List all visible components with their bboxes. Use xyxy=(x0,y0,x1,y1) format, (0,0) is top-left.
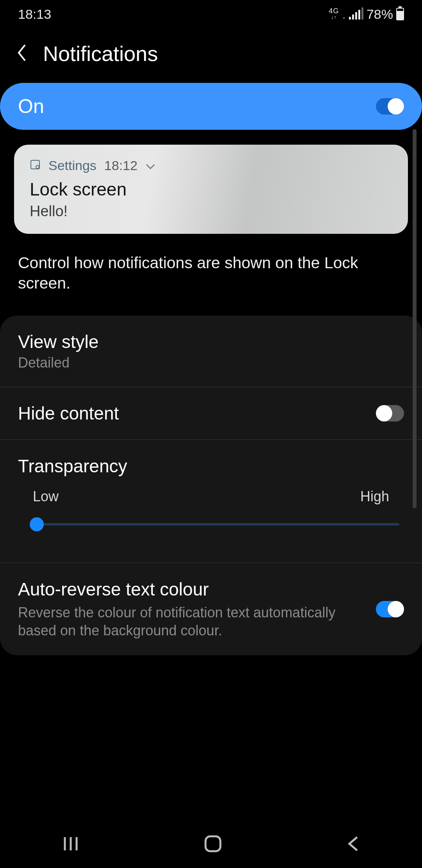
transparency-high-label: High xyxy=(360,488,389,505)
auto-reverse-switch[interactable] xyxy=(376,601,404,617)
transparency-row: Transparency Low High xyxy=(0,440,422,563)
battery-icon xyxy=(396,8,404,20)
view-style-title: View style xyxy=(18,331,404,352)
auto-reverse-title: Auto-reverse text colour xyxy=(18,579,364,600)
hide-content-switch[interactable] xyxy=(376,405,404,421)
back-button[interactable] xyxy=(16,43,28,64)
preview-body: Hello! xyxy=(30,203,392,220)
status-bar: 18:13 4G ↓↑ . 78% xyxy=(0,0,422,28)
svg-point-1 xyxy=(36,165,39,169)
section-description: Control how notifications are shown on t… xyxy=(18,253,404,294)
status-time: 18:13 xyxy=(18,7,51,22)
settings-panel: View style Detailed Hide content Transpa… xyxy=(0,316,422,655)
home-button[interactable] xyxy=(203,834,223,855)
notifications-master-toggle[interactable]: On xyxy=(0,83,422,130)
transparency-slider[interactable] xyxy=(23,518,399,531)
svg-rect-5 xyxy=(206,836,220,851)
auto-reverse-row[interactable]: Auto-reverse text colour Reverse the col… xyxy=(0,563,422,655)
auto-reverse-desc: Reverse the colour of notification text … xyxy=(18,604,364,640)
page-title: Notifications xyxy=(43,41,158,66)
status-right: 4G ↓↑ . 78% xyxy=(329,7,404,22)
scrollbar[interactable] xyxy=(413,129,417,508)
master-toggle-label: On xyxy=(18,95,44,118)
preview-title: Lock screen xyxy=(30,179,392,200)
signal-icon xyxy=(349,9,363,20)
battery-percent: 78% xyxy=(367,7,393,22)
hide-content-row[interactable]: Hide content xyxy=(0,387,422,440)
network-4g-icon: 4G ↓↑ xyxy=(329,8,339,20)
titlebar: Notifications xyxy=(0,28,422,79)
chevron-down-icon xyxy=(145,158,156,173)
svg-rect-0 xyxy=(31,160,39,169)
settings-app-icon xyxy=(30,158,41,173)
hide-content-title: Hide content xyxy=(18,403,364,424)
view-style-row[interactable]: View style Detailed xyxy=(0,316,422,387)
notification-preview-card: Settings 18:12 Lock screen Hello! xyxy=(14,145,408,234)
system-nav-bar xyxy=(0,821,422,868)
transparency-low-label: Low xyxy=(33,488,59,505)
master-switch[interactable] xyxy=(376,98,404,115)
view-style-value: Detailed xyxy=(18,355,404,371)
preview-timestamp: 18:12 xyxy=(104,158,138,173)
preview-app-name: Settings xyxy=(48,158,97,173)
nav-back-button[interactable] xyxy=(346,835,360,854)
recents-button[interactable] xyxy=(62,836,80,854)
transparency-title: Transparency xyxy=(18,456,404,477)
